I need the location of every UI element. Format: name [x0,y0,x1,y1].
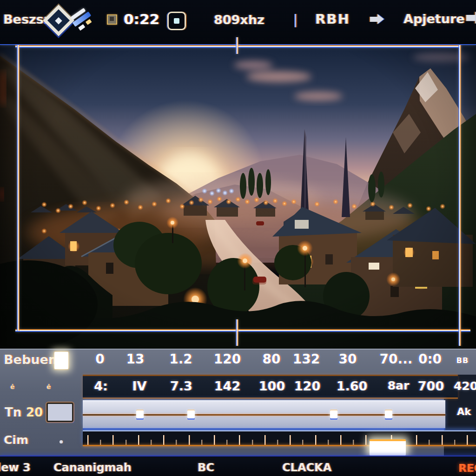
clip-icon[interactable] [107,14,117,25]
row2-value: IV [132,379,147,393]
ruler-tick [226,440,227,445]
frame-guide-left [18,45,19,331]
record-frame-icon[interactable] [167,12,186,30]
ruler-tick [100,440,101,445]
frame-guide-right [459,45,460,346]
ruler-position-highlight[interactable] [370,439,406,456]
row2-value: 8ar [388,379,410,392]
mode-label[interactable]: RBH [315,11,350,27]
menu-item-aperture[interactable]: Apjeture [403,12,465,26]
row3-right-label: Ak [457,406,471,417]
row1-value: 1.2 [169,351,192,367]
rec-indicator[interactable]: REC [458,462,476,474]
ruler-tick [214,435,215,445]
frame-guide-bottom [15,330,470,331]
ruler-tick [151,440,152,445]
ruler-tick [112,435,113,445]
ruler-tick [87,435,88,445]
slider-marker[interactable] [385,410,392,418]
row4-label: Cim [4,433,28,447]
row1-value: 0:0 [418,351,442,367]
bottom-item-bc[interactable]: BC [198,461,214,474]
row1-value: 120 [214,351,241,367]
ruler-tick [239,435,240,445]
ruler-tick [353,440,354,445]
timecode: 0:22 [124,11,159,27]
center-tick-top [237,37,238,54]
bottom-item-clacka[interactable]: CLACKA [282,461,331,474]
ruler-tick [277,440,278,445]
slider-marker[interactable] [187,410,195,418]
row1-right-label: BB [456,356,469,365]
row1-value: 13 [126,351,145,367]
slider-marker[interactable] [136,410,144,418]
separator-bar: | [293,12,298,27]
row1-value: 0 [95,351,104,367]
timeline-ruler[interactable] [83,430,476,446]
ruler-tick [328,440,329,445]
slider-marker[interactable] [330,410,337,418]
ruler-tick [454,440,455,445]
row1-label: Bebuem [4,352,61,367]
ruler-tick [138,435,139,445]
top-status-bar: Beszsn 0:22 809xhz | RBH Apjeture [0,0,476,44]
ruler-tick [365,435,366,445]
bottom-menu-bar: lew 3 Cananigmah BC CLACKA REC [0,456,476,476]
ruler-tick [290,435,291,445]
ruler-tick [416,435,417,445]
row3-button[interactable] [46,403,73,422]
ruler-tick [340,435,341,445]
bottom-item-lew3[interactable]: lew 3 [0,461,31,474]
ruler-tick [442,435,443,445]
row2-glyph: ė [46,383,51,390]
row2-value: 7.3 [170,379,192,393]
ruler-tick [315,435,316,445]
ruler-tick [467,435,468,445]
arrow-right-partial-icon[interactable] [466,12,476,24]
row1-value: 132 [293,351,320,367]
ruler-tick [126,440,126,445]
row2-right-label: 420 [454,379,476,393]
ruler-tick [176,440,177,445]
ruler-tick [201,440,202,445]
row1-value: 80 [263,351,281,367]
viewfinder-image [0,44,476,349]
camera-viewfinder-screen: Beszsn 0:22 809xhz | RBH Apjeture Bebuem… [0,0,476,476]
row2-value: 700 [418,379,444,393]
frame-guide-top [15,46,460,47]
frequency-readout: 809xhz [214,13,264,27]
ruler-tick [264,435,265,445]
row2-value: 120 [294,379,320,393]
center-tick-bottom [237,319,238,346]
row2-glyph: ė [10,383,15,390]
row1-value: 30 [339,351,357,367]
layers-icon[interactable] [65,2,102,40]
row2-value: 100 [259,379,285,393]
row1-value: 70... [380,351,413,367]
timeline-slider[interactable] [83,400,445,428]
row2-value: 142 [214,379,240,393]
ruler-tick [189,435,190,445]
row1-white-square-button[interactable] [54,352,68,369]
row3-value: 20 [26,405,43,419]
row2-value: 1.60 [337,379,368,393]
ruler-tick [163,435,164,445]
arrow-right-icon[interactable] [370,14,384,24]
bottom-item-cananigmah[interactable]: Cananigmah [53,461,132,474]
row2-value: 4: [94,379,108,393]
ruler-tick [302,440,303,445]
row3-label: Tn [5,405,21,419]
row4-dot [60,440,63,443]
ruler-tick [252,440,253,445]
ruler-tick [429,440,430,445]
